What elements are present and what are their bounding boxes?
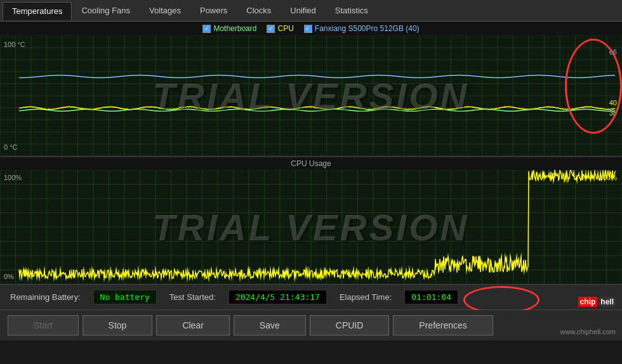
elapsed-time-label: Elapsed Time: (340, 292, 392, 302)
fan-checkbox[interactable]: ✓ (304, 25, 312, 33)
remaining-battery-label: Remaining Battery: (10, 292, 81, 302)
tab-clocks[interactable]: Clocks (237, 1, 281, 20)
save-button[interactable]: Save (234, 315, 306, 335)
preferences-button[interactable]: Preferences (393, 315, 493, 335)
y-min-label: 0 °C (4, 143, 18, 151)
tab-temperatures[interactable]: Temperatures (3, 2, 72, 20)
temperature-chart-section: ✓ Motherboard ✓ CPU ✓ Fanxiang S500Pro 5… (0, 22, 622, 157)
clear-button[interactable]: Clear (156, 315, 229, 335)
motherboard-checkbox[interactable]: ✓ (202, 25, 211, 33)
temp-chart-canvas (0, 36, 622, 156)
tab-cooling-fans[interactable]: Cooling Fans (72, 1, 140, 20)
tab-voltages[interactable]: Voltages (140, 1, 190, 20)
test-started-label: Test Started: (169, 292, 216, 302)
temp-value-66: 66 (609, 48, 617, 56)
motherboard-label: Motherboard (213, 24, 256, 33)
tab-unified[interactable]: Unified (281, 1, 325, 20)
legend-cpu[interactable]: ✓ CPU (267, 24, 293, 33)
temp-chart-wrapper: TRIAL VERSION 100 °C 0 °C 66 40 38 (0, 36, 622, 156)
remaining-battery-value: No battery (93, 290, 157, 304)
legend-motherboard[interactable]: ✓ Motherboard (202, 24, 256, 33)
cpu-y-min: 0% (4, 273, 14, 280)
stop-button[interactable]: Stop (83, 315, 153, 335)
cpu-chart-title: CPU Usage (0, 157, 622, 170)
tab-statistics[interactable]: Statistics (326, 1, 378, 20)
status-bar: Remaining Battery: No battery Test Start… (0, 284, 622, 310)
tab-bar: Temperatures Cooling Fans Voltages Power… (0, 0, 622, 22)
cpu-label: CPU (277, 24, 293, 33)
cpu-y-max: 100% (4, 174, 22, 181)
tab-powers[interactable]: Powers (190, 1, 237, 20)
temp-value-38: 38 (609, 109, 617, 117)
temp-value-40: 40 (609, 99, 617, 107)
chip-logo: chip hell (578, 297, 616, 307)
cpu-chart-wrapper: TRIAL VERSION 100% 0% 100% (0, 170, 622, 284)
legend-fan[interactable]: ✓ Fanxiang S500Pro 512GB (40) (304, 24, 420, 33)
watermark-text: www.chiphell.com (560, 328, 616, 335)
cpuid-button[interactable]: CPUID (310, 315, 390, 335)
elapsed-time-value: 01:01:04 (404, 290, 458, 304)
fan-label: Fanxiang S500Pro 512GB (40) (315, 24, 420, 33)
y-max-label: 100 °C (4, 41, 25, 48)
start-button[interactable]: Start (8, 315, 79, 335)
cpu-checkbox[interactable]: ✓ (267, 25, 275, 33)
cpu-chart-section: CPU Usage TRIAL VERSION 100% 0% 100% (0, 157, 622, 284)
chart-legend: ✓ Motherboard ✓ CPU ✓ Fanxiang S500Pro 5… (0, 22, 622, 36)
test-started-value: 2024/4/5 21:43:17 (228, 290, 327, 304)
cpu-chart-canvas (0, 170, 622, 284)
cpu-value-100: 100% (599, 174, 617, 181)
button-bar: Start Stop Clear Save CPUID Preferences … (0, 310, 622, 341)
chip-logo-area: chip hell (578, 297, 616, 307)
